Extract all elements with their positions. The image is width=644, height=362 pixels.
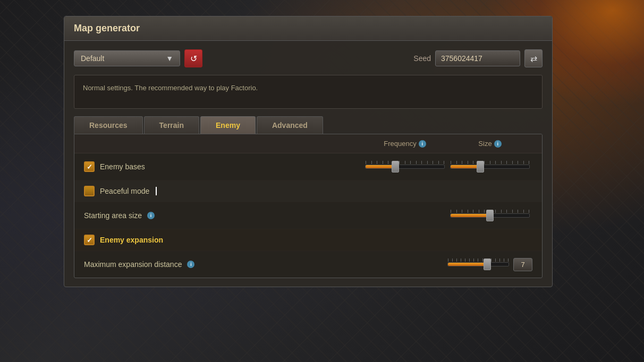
top-controls: Default ▼ ↺ Seed ⇄: [74, 49, 543, 67]
enemy-expansion-label: Enemy expansion: [84, 235, 362, 245]
max-expansion-size-col: 7: [447, 256, 532, 272]
slider-thumb[interactable]: [477, 161, 484, 173]
random-seed-button[interactable]: ⇄: [524, 49, 543, 67]
starting-area-label: Starting area size i: [84, 211, 362, 220]
table-row: Peaceful mode: [74, 180, 542, 202]
enemy-bases-size-slider[interactable]: [450, 159, 530, 175]
seed-input[interactable]: [435, 50, 520, 66]
table-row: Maximum expansion distance i: [74, 251, 542, 278]
panel-title: Map generator: [64, 16, 552, 41]
seed-label: Seed: [413, 54, 431, 63]
preset-value: Default: [81, 54, 104, 63]
table-header: Frequency i Size i: [74, 134, 542, 153]
cursor-indicator: [156, 187, 157, 195]
table-row: Enemy bases: [74, 153, 542, 180]
slider-track: [450, 213, 530, 218]
slider-fill: [451, 214, 490, 217]
tab-resources[interactable]: Resources: [74, 116, 143, 134]
panel-body: Default ▼ ↺ Seed ⇄ Normal settings. The …: [64, 41, 552, 287]
col-label-spacer: [84, 140, 362, 148]
slider-track: [365, 165, 445, 169]
slider-notches: [451, 161, 529, 164]
enemy-bases-label: Enemy bases: [84, 161, 362, 172]
slider-thumb[interactable]: [392, 161, 399, 173]
slider-fill: [451, 165, 480, 168]
tab-terrain[interactable]: Terrain: [144, 116, 199, 134]
col-size-header: Size i: [447, 140, 532, 148]
enemy-bases-frequency: [362, 159, 447, 175]
max-expansion-info-icon[interactable]: i: [187, 261, 194, 268]
dropdown-arrow-icon: ▼: [166, 54, 173, 63]
enemy-bases-checkbox[interactable]: [84, 161, 95, 172]
enemy-bases-size: [447, 159, 532, 175]
slider-fill: [448, 263, 487, 266]
starting-area-size-slider[interactable]: [450, 208, 530, 223]
reset-button[interactable]: ↺: [184, 49, 202, 67]
tab-content-enemy: Frequency i Size i Enemy bases: [74, 134, 543, 278]
size-info-icon[interactable]: i: [494, 140, 502, 148]
tabs: Resources Terrain Enemy Advanced: [74, 116, 543, 134]
enemy-bases-frequency-slider[interactable]: [365, 159, 445, 175]
peaceful-mode-label: Peaceful mode: [84, 186, 362, 196]
max-expansion-slider[interactable]: [447, 256, 509, 272]
slider-thumb[interactable]: [484, 258, 491, 270]
starting-area-info-icon[interactable]: i: [147, 212, 155, 219]
tab-advanced[interactable]: Advanced: [257, 116, 323, 134]
slider-thumb[interactable]: [486, 210, 494, 221]
map-generator-panel: Map generator Default ▼ ↺ Seed ⇄ Normal …: [64, 16, 553, 287]
slider-notches: [366, 161, 444, 164]
description-text: Normal settings. The recommended way to …: [83, 84, 258, 92]
slider-fill: [366, 165, 395, 168]
table-row: Starting area size i: [74, 202, 542, 229]
max-expansion-label: Maximum expansion distance i: [84, 260, 362, 269]
slider-notches: [448, 258, 509, 262]
reset-icon: ↺: [190, 54, 197, 64]
description-box: Normal settings. The recommended way to …: [74, 75, 543, 109]
enemy-expansion-checkbox[interactable]: [84, 235, 95, 245]
frequency-info-icon[interactable]: i: [419, 140, 426, 148]
preset-dropdown[interactable]: Default ▼: [74, 50, 180, 66]
starting-area-size-slider-col: [447, 208, 532, 223]
tab-enemy[interactable]: Enemy: [200, 116, 256, 134]
slider-track: [447, 262, 509, 266]
col-frequency-header: Frequency i: [362, 140, 447, 148]
max-expansion-value: 7: [513, 258, 532, 271]
random-icon: ⇄: [530, 54, 537, 64]
slider-track: [450, 165, 530, 169]
peaceful-mode-checkbox[interactable]: [84, 186, 95, 196]
table-row: Enemy expansion: [74, 229, 542, 251]
